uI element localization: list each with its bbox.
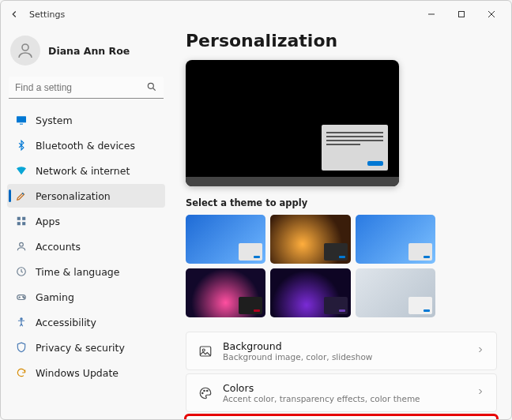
nav-item-gaming[interactable]: Gaming [7,285,165,309]
preview-taskbar [186,177,399,186]
svg-point-21 [202,392,204,394]
nav-item-system[interactable]: System [7,108,165,132]
settings-window: Settings Diana Ann Roe [0,0,512,420]
nav-item-network[interactable]: Network & internet [7,159,165,182]
accounts-icon [15,240,28,253]
nav-item-label: Time & language [36,266,119,278]
nav-item-accessibility[interactable]: Accessibility [7,310,165,334]
content: Diana Ann Roe SystemBluetooth & devicesN… [1,28,511,419]
nav: SystemBluetooth & devicesNetwork & inter… [7,108,165,384]
background-icon [198,343,213,359]
sidebar: Diana Ann Roe SystemBluetooth & devicesN… [1,28,171,419]
svg-rect-9 [17,217,21,220]
nav-item-label: System [36,114,73,126]
theme-mini-accent [254,309,260,312]
privacy-icon [15,341,28,354]
nav-item-privacy[interactable]: Privacy & security [7,336,165,359]
theme-mini-accent [424,256,430,258]
nav-item-label: Accounts [36,241,81,253]
theme-thumb-0[interactable] [186,215,265,264]
search-wrap [9,77,164,99]
chevron-right-icon [476,345,485,357]
settings-list: BackgroundBackground image, color, slide… [186,332,497,419]
window-title: Settings [29,9,65,20]
update-icon [15,366,28,379]
search-icon [146,81,157,95]
svg-rect-10 [22,217,25,220]
svg-point-23 [207,390,209,392]
main: Personalization Select a theme to apply … [171,28,511,419]
row-subtitle: Accent color, transparency effects, colo… [223,394,466,403]
theme-mini-accent [339,309,345,312]
back-button[interactable] [6,6,23,23]
nav-item-personalization[interactable]: Personalization [7,184,165,208]
theme-mini-accent [254,256,260,258]
theme-thumb-4[interactable] [270,268,350,317]
row-subtitle: Background image, color, slideshow [223,352,466,362]
time-icon [15,265,28,278]
nav-item-label: Accessibility [36,317,96,328]
theme-thumb-5[interactable] [356,268,435,317]
nav-item-update[interactable]: Windows Update [7,361,165,384]
page-title: Personalization [186,31,497,51]
svg-point-13 [20,242,24,246]
theme-thumb-1[interactable] [270,215,350,264]
svg-point-17 [24,298,24,298]
nav-item-apps[interactable]: Apps [7,209,165,233]
nav-item-label: Gaming [36,291,74,303]
svg-point-18 [21,318,22,320]
nav-item-accounts[interactable]: Accounts [7,234,165,258]
svg-rect-11 [17,222,21,225]
svg-rect-7 [17,116,26,122]
svg-point-4 [22,44,28,51]
gaming-icon [15,291,28,303]
titlebar: Settings [1,1,511,28]
row-title: Background [223,340,466,352]
theme-thumb-2[interactable] [356,215,435,264]
colors-icon [198,385,213,401]
themes-section-label: Select a theme to apply [186,197,497,208]
theme-thumb-3[interactable] [186,268,265,317]
settings-row-background[interactable]: BackgroundBackground image, color, slide… [186,332,497,370]
accessibility-icon [15,316,28,328]
nav-item-label: Bluetooth & devices [36,140,135,152]
chevron-right-icon [476,387,485,399]
apps-icon [15,215,28,227]
svg-line-6 [153,88,156,91]
avatar [10,36,40,66]
row-title: Colors [223,382,466,394]
svg-rect-1 [459,12,465,17]
nav-item-bluetooth[interactable]: Bluetooth & devices [7,133,165,157]
row-text: ColorsAccent color, transparency effects… [223,382,466,403]
bluetooth-icon [15,139,28,152]
nav-item-label: Privacy & security [36,342,125,354]
themes-grid [186,215,435,317]
system-icon [15,114,28,126]
user-row[interactable]: Diana Ann Roe [7,31,165,75]
network-icon [15,164,28,177]
settings-row-colors[interactable]: ColorsAccent color, transparency effects… [186,373,497,412]
svg-rect-12 [22,222,25,225]
theme-mini-accent [424,309,430,312]
nav-item-label: Personalization [36,190,111,202]
desktop-preview [186,60,399,186]
minimize-button[interactable] [416,3,446,25]
search-input[interactable] [9,77,164,99]
maximize-button[interactable] [446,3,476,25]
nav-item-time[interactable]: Time & language [7,260,165,283]
nav-item-label: Network & internet [36,165,130,177]
user-name: Diana Ann Roe [48,45,130,57]
svg-point-5 [148,83,153,88]
nav-item-label: Apps [36,216,60,227]
row-text: BackgroundBackground image, color, slide… [223,340,466,362]
svg-point-20 [202,349,205,351]
personalization-icon [15,189,28,202]
theme-mini-accent [339,256,345,258]
svg-point-22 [204,390,205,392]
close-button[interactable] [476,3,506,25]
settings-row-themes[interactable]: ThemesInstall, create, manage [186,415,497,419]
preview-window [322,125,388,171]
nav-item-label: Windows Update [36,367,119,379]
svg-rect-8 [20,124,23,125]
